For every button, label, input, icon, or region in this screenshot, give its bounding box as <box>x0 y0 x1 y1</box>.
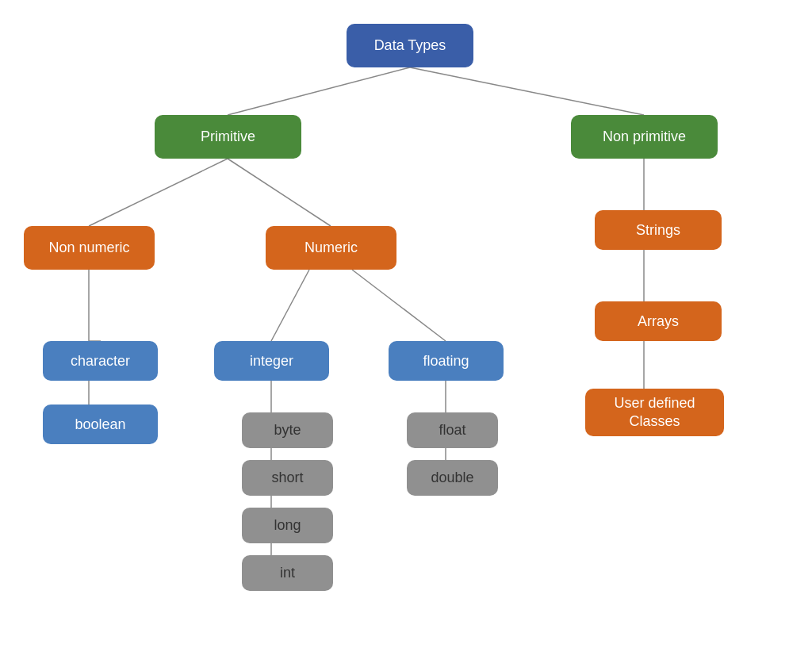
svg-line-3 <box>228 159 331 226</box>
boolean-label: boolean <box>75 416 125 433</box>
svg-line-9 <box>271 270 309 341</box>
numeric-label: Numeric <box>304 240 358 256</box>
short-label: short <box>271 470 303 486</box>
svg-line-0 <box>228 67 410 115</box>
int-label: int <box>280 565 295 581</box>
byte-node: byte <box>242 412 333 448</box>
strings-label: Strings <box>636 222 680 239</box>
boolean-node: boolean <box>43 405 158 444</box>
svg-line-2 <box>89 159 228 226</box>
byte-label: byte <box>274 422 301 439</box>
arrays-label: Arrays <box>638 313 679 330</box>
integer-label: integer <box>250 353 293 370</box>
non-primitive-node: Non primitive <box>571 115 718 159</box>
int-node: int <box>242 555 333 591</box>
svg-line-10 <box>352 270 446 341</box>
data-types-label: Data Types <box>374 37 446 54</box>
non-numeric-node: Non numeric <box>24 226 155 270</box>
non-primitive-label: Non primitive <box>603 128 686 145</box>
strings-node: Strings <box>595 210 722 250</box>
double-node: double <box>407 460 498 496</box>
float-label: float <box>439 422 465 439</box>
numeric-node: Numeric <box>266 226 396 270</box>
long-node: long <box>242 508 333 543</box>
character-label: character <box>71 353 130 370</box>
svg-line-1 <box>410 67 644 115</box>
primitive-node: Primitive <box>155 115 301 159</box>
primitive-label: Primitive <box>201 128 255 145</box>
long-label: long <box>274 517 301 534</box>
user-defined-node: User definedClasses <box>585 389 724 436</box>
floating-label: floating <box>423 353 469 370</box>
integer-node: integer <box>214 341 329 381</box>
character-node: character <box>43 341 158 381</box>
float-node: float <box>407 412 498 448</box>
arrays-node: Arrays <box>595 301 722 341</box>
user-defined-label: User definedClasses <box>614 394 695 431</box>
double-label: double <box>431 470 473 486</box>
diagram: Data Types Primitive Non primitive Non n… <box>0 0 812 648</box>
short-node: short <box>242 460 333 496</box>
non-numeric-label: Non numeric <box>48 240 129 256</box>
data-types-node: Data Types <box>347 24 473 67</box>
floating-node: floating <box>389 341 504 381</box>
